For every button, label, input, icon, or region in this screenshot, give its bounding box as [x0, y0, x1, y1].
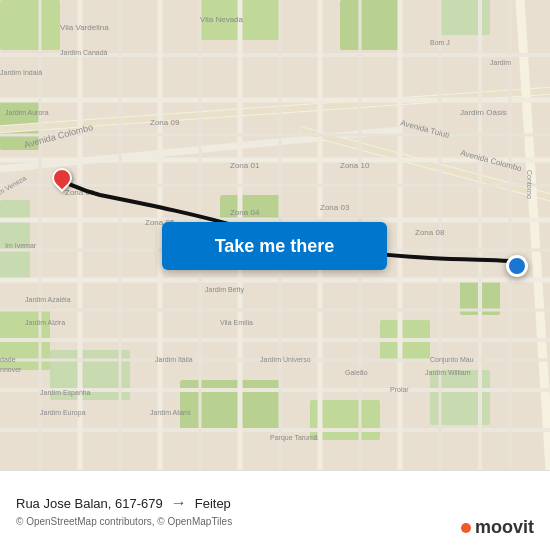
- moovit-brand-name: moovit: [475, 517, 534, 538]
- destination-marker: [506, 255, 528, 277]
- take-me-there-button[interactable]: Take me there: [162, 222, 387, 270]
- svg-text:Conjunto Mau: Conjunto Mau: [430, 356, 474, 364]
- svg-text:Zona 10: Zona 10: [340, 161, 370, 170]
- svg-text:dade: dade: [0, 356, 16, 363]
- svg-text:Jardim Alzira: Jardim Alzira: [25, 319, 65, 326]
- svg-rect-12: [440, 0, 490, 35]
- svg-text:nnover: nnover: [0, 366, 22, 373]
- svg-text:Bom J: Bom J: [430, 39, 450, 46]
- svg-text:Jardim Atami: Jardim Atami: [150, 409, 191, 416]
- svg-text:Prolar: Prolar: [390, 386, 409, 393]
- svg-text:Jardim Indaiá: Jardim Indaiá: [0, 69, 42, 76]
- map-container: Avenida Colombo Zona 09 Zona 01 Zona 10 …: [0, 0, 550, 470]
- svg-text:Im Ivemar: Im Ivemar: [5, 242, 37, 249]
- svg-text:Jardim Itália: Jardim Itália: [155, 356, 193, 363]
- origin-marker: [52, 168, 72, 188]
- origin-pin-icon: [48, 164, 76, 192]
- svg-text:Zona 08: Zona 08: [415, 228, 445, 237]
- svg-text:Jardim William: Jardim William: [425, 369, 471, 376]
- bottom-bar: Rua Jose Balan, 617-679 → Feitep © OpenS…: [0, 470, 550, 550]
- svg-text:Jardim Canadá: Jardim Canadá: [60, 49, 108, 56]
- svg-text:Zona 01: Zona 01: [230, 161, 260, 170]
- svg-rect-1: [0, 200, 30, 280]
- svg-text:Contorno: Contorno: [526, 170, 533, 199]
- route-destination: Feitep: [195, 496, 231, 511]
- svg-text:Vila Emília: Vila Emília: [220, 319, 253, 326]
- svg-text:Jardim Betty: Jardim Betty: [205, 286, 244, 294]
- svg-text:Vila Vardelina: Vila Vardelina: [60, 23, 109, 32]
- svg-text:Zona 03: Zona 03: [320, 203, 350, 212]
- svg-text:Jardim Espanha: Jardim Espanha: [40, 389, 91, 397]
- route-arrow-icon: →: [171, 494, 187, 512]
- svg-text:Vila Nevada: Vila Nevada: [200, 15, 244, 24]
- moovit-logo: moovit: [461, 517, 534, 538]
- moovit-dot-icon: [461, 523, 471, 533]
- svg-text:Jardim Azaléia: Jardim Azaléia: [25, 296, 71, 303]
- route-origin: Rua Jose Balan, 617-679: [16, 496, 163, 511]
- svg-text:Parque Tarumã: Parque Tarumã: [270, 434, 318, 442]
- svg-text:Galeão: Galeão: [345, 369, 368, 376]
- svg-text:Zona 09: Zona 09: [150, 118, 180, 127]
- route-info: Rua Jose Balan, 617-679 → Feitep: [16, 494, 534, 512]
- svg-rect-11: [340, 0, 400, 50]
- svg-text:Jardim Universo: Jardim Universo: [260, 356, 311, 363]
- svg-text:Zona 04: Zona 04: [230, 208, 260, 217]
- svg-text:Jardim: Jardim: [490, 59, 511, 66]
- svg-rect-7: [180, 380, 280, 430]
- map-attribution: © OpenStreetMap contributors, © OpenMapT…: [16, 516, 534, 527]
- svg-text:Jardim Europa: Jardim Europa: [40, 409, 86, 417]
- svg-text:Jardim Aurora: Jardim Aurora: [5, 109, 49, 116]
- svg-rect-13: [0, 0, 60, 50]
- svg-text:Jardim Oásis: Jardim Oásis: [460, 108, 507, 117]
